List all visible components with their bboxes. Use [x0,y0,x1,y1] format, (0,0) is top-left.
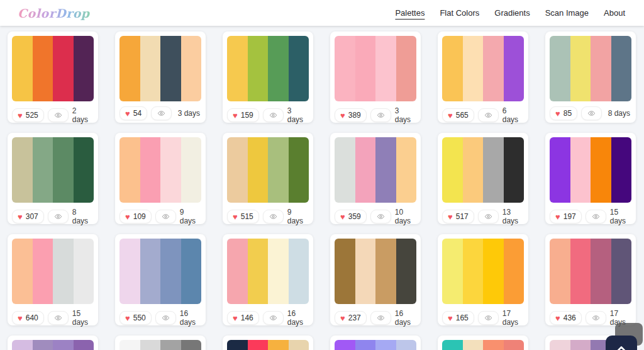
color-swatch[interactable] [181,137,202,203]
color-swatch[interactable] [160,340,181,350]
color-swatch[interactable] [289,239,309,304]
color-swatch[interactable] [160,137,181,203]
color-swatch[interactable] [181,340,202,350]
view-button[interactable] [155,311,176,325]
color-swatch[interactable] [12,36,33,101]
color-swatch[interactable] [53,137,74,203]
color-swatch[interactable] [483,36,504,101]
palette-swatches[interactable] [550,36,631,101]
palette-swatches[interactable] [12,137,94,203]
view-button[interactable] [48,108,69,122]
color-swatch[interactable] [570,137,591,203]
color-swatch[interactable] [463,137,484,203]
color-swatch[interactable] [463,36,484,101]
color-swatch[interactable] [550,137,570,203]
color-swatch[interactable] [227,239,248,304]
color-swatch[interactable] [74,36,94,101]
color-swatch[interactable] [227,340,248,350]
color-swatch[interactable] [375,340,396,350]
palette-swatches[interactable] [12,36,94,101]
palette-swatches[interactable] [12,340,94,350]
color-swatch[interactable] [442,137,463,203]
like-button[interactable]: ♥ 515 [227,210,259,223]
color-swatch[interactable] [33,137,53,203]
color-swatch[interactable] [611,36,632,101]
color-swatch[interactable] [335,137,355,203]
like-button[interactable]: ♥ 85 [550,106,577,120]
palette-swatches[interactable] [550,239,631,304]
color-swatch[interactable] [396,137,417,203]
color-swatch[interactable] [74,239,94,304]
color-swatch[interactable] [591,239,611,304]
like-button[interactable]: ♥ 307 [12,210,44,223]
color-swatch[interactable] [504,36,525,101]
palette-swatches[interactable] [12,239,94,304]
like-button[interactable]: ♥ 389 [335,108,367,122]
view-button[interactable] [48,311,69,325]
palette-swatches[interactable] [442,36,524,101]
color-swatch[interactable] [268,340,289,350]
color-swatch[interactable] [33,239,53,304]
palette-swatches[interactable] [119,137,201,203]
color-swatch[interactable] [268,239,289,304]
color-swatch[interactable] [160,36,181,101]
color-swatch[interactable] [355,340,376,350]
color-swatch[interactable] [53,36,74,101]
color-swatch[interactable] [570,36,591,101]
view-button[interactable] [155,210,176,223]
view-button[interactable] [478,108,499,122]
color-swatch[interactable] [483,340,504,350]
color-swatch[interactable] [140,137,161,203]
view-button[interactable] [586,210,606,223]
brand-logo[interactable]: ColorDrop [18,6,90,20]
color-swatch[interactable] [442,239,463,304]
color-swatch[interactable] [74,340,94,350]
color-swatch[interactable] [53,239,74,304]
like-button[interactable]: ♥ 436 [550,311,582,325]
view-button[interactable] [370,210,391,223]
palette-swatches[interactable] [119,36,201,101]
color-swatch[interactable] [227,36,248,101]
color-swatch[interactable] [289,137,309,203]
color-swatch[interactable] [12,239,33,304]
color-swatch[interactable] [335,239,355,304]
color-swatch[interactable] [550,239,570,304]
color-swatch[interactable] [396,239,417,304]
color-swatch[interactable] [355,239,376,304]
palette-swatches[interactable] [335,239,416,304]
view-button[interactable] [581,106,602,120]
view-button[interactable] [478,311,499,325]
palette-swatches[interactable] [442,340,524,350]
view-button[interactable] [370,311,391,325]
color-swatch[interactable] [335,36,355,101]
palette-swatches[interactable] [119,239,201,304]
color-swatch[interactable] [289,36,309,101]
color-swatch[interactable] [375,36,396,101]
palette-swatches[interactable] [335,137,416,203]
color-swatch[interactable] [53,340,74,350]
color-swatch[interactable] [591,36,611,101]
like-button[interactable]: ♥ 146 [227,311,259,325]
color-swatch[interactable] [550,36,570,101]
palette-swatches[interactable] [119,340,201,350]
like-button[interactable]: ♥ 550 [119,311,152,325]
like-button[interactable]: ♥ 237 [335,311,367,325]
color-swatch[interactable] [119,340,140,350]
nav-item-flat-colors[interactable]: Flat Colors [440,8,479,18]
color-swatch[interactable] [181,239,202,304]
color-swatch[interactable] [140,239,161,304]
like-button[interactable]: ♥ 159 [227,108,259,122]
view-button[interactable] [478,210,499,223]
palette-swatches[interactable] [227,239,309,304]
palette-swatches[interactable] [442,137,524,203]
like-button[interactable]: ♥ 165 [442,311,474,325]
color-swatch[interactable] [248,137,269,203]
color-swatch[interactable] [375,239,396,304]
color-swatch[interactable] [611,137,632,203]
nav-item-about[interactable]: About [604,8,625,18]
palette-swatches[interactable] [227,137,309,203]
color-swatch[interactable] [570,340,591,350]
like-button[interactable]: ♥ 517 [442,210,474,223]
color-swatch[interactable] [268,36,289,101]
view-button[interactable] [263,108,284,122]
